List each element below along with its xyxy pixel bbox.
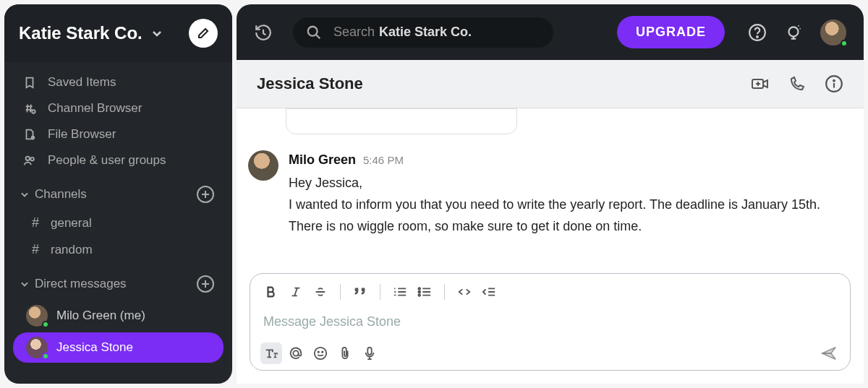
svg-point-17: [315, 348, 326, 359]
svg-point-14: [418, 291, 420, 293]
conversation-header: Jessica Stone: [237, 60, 864, 108]
dms-section-header[interactable]: Direct messages: [4, 263, 232, 299]
chevron-down-icon: [19, 189, 30, 200]
dm-name: Jessica Stone: [56, 340, 133, 355]
italic-button[interactable]: [285, 281, 307, 303]
help-button[interactable]: [748, 23, 767, 42]
search-scope: Katie Stark Co.: [379, 25, 472, 40]
bold-button[interactable]: [260, 281, 282, 303]
mention-button[interactable]: [285, 342, 307, 364]
main-column: Search Katie Stark Co. UPGRADE Jessica S…: [237, 4, 864, 384]
dm-item-self[interactable]: Milo Green (me): [13, 301, 224, 331]
svg-point-2: [26, 157, 30, 160]
workspace-switcher[interactable]: Katie Stark Co.: [4, 4, 232, 62]
phone-call-button[interactable]: [788, 75, 806, 92]
channel-name: general: [51, 216, 92, 230]
svg-point-18: [318, 351, 319, 352]
message-input[interactable]: [260, 309, 840, 335]
whats-new-button[interactable]: [784, 23, 803, 42]
search-input[interactable]: Search Katie Stark Co.: [293, 17, 553, 48]
chevron-down-icon: [19, 278, 30, 290]
quote-button[interactable]: [349, 281, 371, 303]
message-timestamp: 5:46 PM: [363, 152, 404, 168]
file-search-icon: [22, 128, 38, 141]
presence-online-icon: [841, 40, 848, 47]
svg-point-16: [293, 350, 298, 355]
format-toolbar: [260, 281, 840, 309]
sidebar-item-file-browser[interactable]: File Browser: [4, 121, 232, 147]
audio-button[interactable]: [359, 342, 380, 364]
composer: [250, 273, 851, 371]
hash-search-icon: [22, 102, 38, 115]
message: Milo Green 5:46 PM Hey Jessica, I wanted…: [248, 146, 852, 246]
codeblock-button[interactable]: [478, 281, 500, 303]
channel-item-general[interactable]: # general: [4, 210, 232, 236]
svg-rect-20: [367, 348, 371, 355]
history-button[interactable]: [254, 23, 273, 42]
sidebar-item-channel-browser[interactable]: Channel Browser: [4, 95, 232, 121]
video-call-button[interactable]: [751, 76, 770, 92]
send-button[interactable]: [818, 342, 840, 364]
presence-online-icon: [42, 353, 49, 360]
toggle-formatting-button[interactable]: [260, 342, 282, 364]
sidebar: Katie Stark Co. Saved Items Channel Brow…: [4, 4, 232, 384]
chevron-down-icon: [150, 26, 164, 40]
attachment-preview-stub[interactable]: [286, 108, 517, 134]
channels-section-header[interactable]: Channels: [4, 173, 232, 210]
attach-button[interactable]: [334, 342, 356, 364]
section-label: Channels: [35, 187, 87, 202]
ordered-list-button[interactable]: [389, 281, 411, 303]
dm-item-jessica[interactable]: Jessica Stone: [13, 332, 224, 363]
bookmark-icon: [22, 76, 38, 89]
bullet-list-button[interactable]: [414, 281, 435, 303]
avatar: [26, 337, 48, 358]
avatar: [26, 305, 48, 327]
topbar: Search Katie Stark Co. UPGRADE: [237, 4, 864, 60]
info-button[interactable]: [825, 74, 843, 93]
search-icon: [306, 25, 322, 40]
composer-bottom-toolbar: [260, 335, 840, 364]
channel-item-random[interactable]: # random: [4, 236, 232, 263]
sidebar-item-saved[interactable]: Saved Items: [4, 69, 232, 95]
svg-point-0: [32, 110, 35, 113]
sidebar-item-people[interactable]: People & user groups: [4, 147, 232, 173]
svg-point-6: [308, 26, 318, 35]
section-label: Direct messages: [35, 277, 127, 291]
message-text: Hey Jessica, I wanted to inform you that…: [289, 173, 820, 237]
svg-point-12: [833, 80, 835, 82]
add-dm-button[interactable]: [196, 275, 215, 293]
svg-point-3: [30, 158, 34, 161]
sidebar-item-label: File Browser: [48, 127, 116, 142]
message-sender[interactable]: Milo Green: [289, 150, 356, 171]
emoji-button[interactable]: [310, 342, 331, 364]
channel-name: random: [51, 243, 93, 257]
add-channel-button[interactable]: [196, 185, 215, 204]
upgrade-button[interactable]: UPGRADE: [617, 16, 725, 48]
sidebar-scroll: Saved Items Channel Browser File Browser…: [4, 62, 232, 364]
compose-button[interactable]: [189, 19, 218, 48]
svg-point-19: [322, 351, 323, 352]
search-label: Search: [333, 25, 375, 40]
workspace-name: Katie Stark Co.: [19, 23, 142, 43]
conversation-title: Jessica Stone: [257, 74, 363, 93]
sidebar-item-label: Channel Browser: [48, 101, 142, 116]
sidebar-item-label: People & user groups: [48, 153, 166, 168]
strike-button[interactable]: [310, 281, 331, 303]
hash-icon: #: [27, 215, 43, 230]
svg-point-9: [789, 27, 799, 36]
user-avatar[interactable]: [820, 20, 846, 46]
presence-online-icon: [42, 321, 49, 328]
sidebar-item-label: Saved Items: [48, 75, 116, 90]
svg-point-13: [418, 288, 420, 290]
composer-area: [237, 264, 864, 384]
code-button[interactable]: [454, 281, 475, 303]
hash-icon: #: [27, 242, 43, 257]
avatar[interactable]: [248, 150, 278, 181]
messages-scroll[interactable]: Milo Green 5:46 PM Hey Jessica, I wanted…: [237, 108, 864, 264]
svg-point-15: [418, 294, 420, 296]
dm-name: Milo Green (me): [56, 309, 145, 323]
svg-point-8: [757, 36, 758, 38]
people-icon: [22, 154, 38, 167]
